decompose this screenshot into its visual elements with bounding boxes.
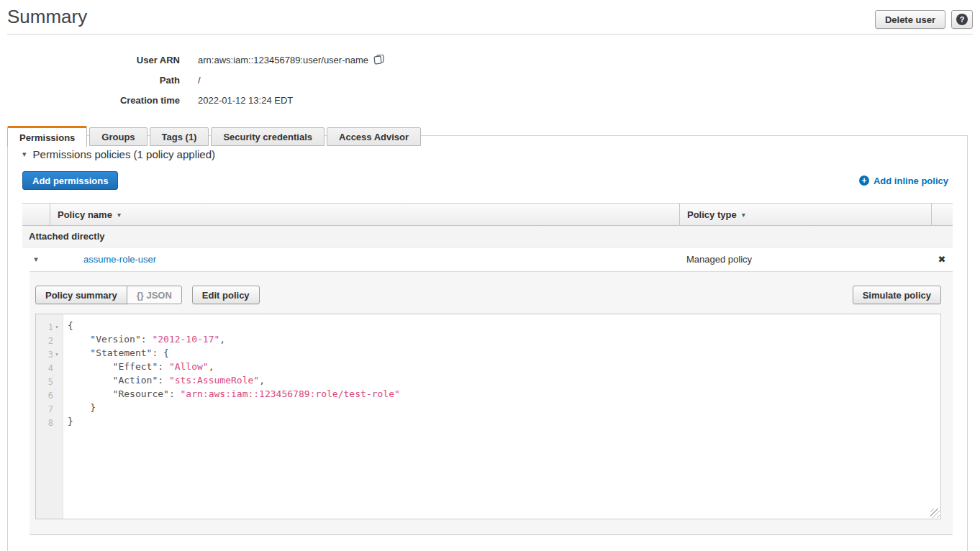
policy-type-value: Managed policy <box>679 254 931 265</box>
actions-column-header <box>931 204 953 225</box>
table-header-row: Policy name ▾ Policy type ▾ <box>22 203 953 226</box>
header-actions: Delete user ? <box>875 10 973 29</box>
code-line: "Statement": { <box>68 347 940 361</box>
expand-column-header <box>22 204 50 225</box>
line-number: 6 <box>36 388 63 402</box>
section-title: Permissions policies (1 policy applied) <box>33 148 215 160</box>
user-arn-label: User ARN <box>0 55 180 65</box>
simulate-policy-button[interactable]: Simulate policy <box>853 286 941 304</box>
tab-bar: Permissions Groups Tags (1) Security cre… <box>7 126 980 146</box>
fold-caret-icon[interactable]: ▾ <box>53 351 60 358</box>
line-number: 3▾ <box>36 347 63 361</box>
collapse-caret-icon: ▾ <box>22 150 27 158</box>
line-number: 4 <box>36 361 63 375</box>
code-line: "Action": "sts:AssumeRole", <box>68 375 940 388</box>
policy-name-link[interactable]: assume-role-user <box>50 254 156 265</box>
attached-policies-table: Policy name ▾ Policy type ▾ Attached dir… <box>22 203 953 535</box>
code-line: } <box>68 402 940 416</box>
line-number: 2 <box>36 334 63 347</box>
line-number: 7 <box>36 402 63 416</box>
creation-time-row: Creation time 2022-01-12 13:24 EDT <box>0 90 980 110</box>
policy-summary-button[interactable]: Policy summary <box>35 286 127 304</box>
json-policy-editor[interactable]: 1▾23▾45678 { "Version": "2012-10-17", "S… <box>35 314 941 519</box>
policy-view-toggle: Policy summary {} JSON <box>35 286 182 304</box>
tab-security-credentials[interactable]: Security credentials <box>211 127 325 146</box>
code-line: "Resource": "arn:aws:iam::123456789:role… <box>68 388 940 402</box>
creation-time-value: 2022-01-12 13:24 EDT <box>198 95 293 106</box>
user-info-section: User ARN arn:aws:iam::123456789:user/use… <box>0 35 980 116</box>
row-expand-caret[interactable]: ▾ <box>22 255 50 263</box>
json-view-button[interactable]: {} JSON <box>127 286 182 304</box>
policy-detail-toolbar: Policy summary {} JSON Edit policy Simul… <box>35 286 941 304</box>
editor-resize-handle[interactable] <box>930 509 940 518</box>
group-header-attached-directly: Attached directly <box>22 226 953 247</box>
code-line: { <box>68 320 940 334</box>
page-header: Summary Delete user ? <box>7 0 973 35</box>
policy-table-row: ▾ assume-role-user Managed policy ✖ <box>22 247 953 271</box>
fold-caret-icon[interactable]: ▾ <box>53 324 60 330</box>
detach-policy-x-icon[interactable]: ✖ <box>931 254 953 265</box>
chevron-down-icon: ▾ <box>34 255 38 263</box>
add-inline-policy-link[interactable]: + Add inline policy <box>859 176 948 186</box>
code-line: "Version": "2012-10-17", <box>68 334 940 347</box>
page-title: Summary <box>7 0 973 28</box>
permissions-actions-row: Add permissions + Add inline policy <box>22 171 953 190</box>
delete-user-button[interactable]: Delete user <box>875 10 945 29</box>
policy-type-column-header[interactable]: Policy type ▾ <box>679 204 931 225</box>
plus-circle-icon: + <box>859 176 869 186</box>
add-permissions-button[interactable]: Add permissions <box>22 171 118 190</box>
tab-tags[interactable]: Tags (1) <box>150 127 209 146</box>
code-line: "Effect": "Allow", <box>68 361 940 375</box>
path-value: / <box>198 75 201 86</box>
user-arn-row: User ARN arn:aws:iam::123456789:user/use… <box>0 50 980 70</box>
iam-user-summary-page: Summary Delete user ? User ARN arn:aws:i… <box>0 0 980 551</box>
editor-line-number-gutter: 1▾23▾45678 <box>36 314 63 519</box>
tab-groups[interactable]: Groups <box>89 127 147 146</box>
tab-access-advisor[interactable]: Access Advisor <box>327 127 421 146</box>
sort-caret-icon: ▾ <box>117 211 121 219</box>
help-button[interactable]: ? <box>951 10 973 29</box>
user-arn-value: arn:aws:iam::123456789:user/user-name <box>198 55 368 65</box>
line-number: 8 <box>36 416 63 429</box>
edit-policy-button[interactable]: Edit policy <box>192 286 260 304</box>
creation-time-label: Creation time <box>0 95 180 106</box>
permissions-policies-section-header[interactable]: ▾ Permissions policies (1 policy applied… <box>22 148 953 160</box>
code-line: } <box>68 416 940 429</box>
editor-code-area[interactable]: { "Version": "2012-10-17", "Statement": … <box>64 314 940 429</box>
path-label: Path <box>0 75 180 86</box>
policy-name-column-header[interactable]: Policy name ▾ <box>50 204 679 225</box>
tab-permissions[interactable]: Permissions <box>7 126 87 147</box>
path-row: Path / <box>0 70 980 90</box>
permissions-tab-panel: ▾ Permissions policies (1 policy applied… <box>7 135 968 551</box>
copy-icon[interactable] <box>373 54 385 67</box>
line-number: 5 <box>36 375 63 388</box>
sort-caret-icon: ▾ <box>742 211 745 219</box>
policy-detail-panel: Policy summary {} JSON Edit policy Simul… <box>30 271 953 535</box>
line-number: 1▾ <box>36 320 63 334</box>
question-mark-icon: ? <box>956 14 968 25</box>
